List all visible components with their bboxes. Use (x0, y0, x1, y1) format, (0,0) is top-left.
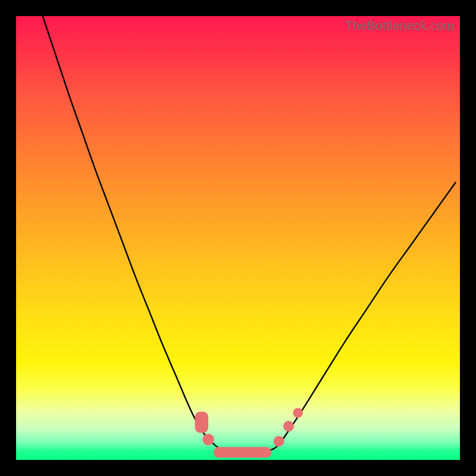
marker-pill (214, 447, 271, 458)
marker-pill (195, 412, 208, 433)
marker-dot (274, 436, 284, 447)
curve-lines (43, 16, 456, 454)
marker-dot (202, 434, 214, 445)
outer-frame: TheBottleneck.com (0, 0, 476, 476)
plot-area: TheBottleneck.com (16, 16, 460, 460)
chart-svg (16, 16, 460, 460)
marker-dot (293, 408, 303, 418)
bottleneck-curve (43, 16, 456, 454)
marker-dot (283, 421, 294, 431)
